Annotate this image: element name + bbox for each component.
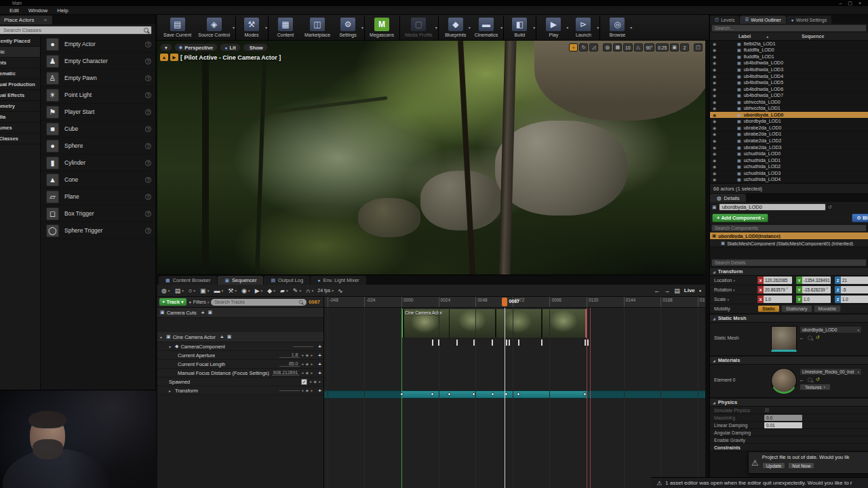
open-sequence-icon[interactable]: ▤ (674, 287, 680, 294)
category-item[interactable]: Lights (0, 58, 40, 68)
blueprint-button[interactable]: ⚙ Blu (852, 214, 868, 222)
place-actor-item[interactable]: ▱ Plane ? (41, 188, 155, 205)
menu-item[interactable]: Help (53, 7, 72, 14)
browse-to-asset-icon[interactable] (808, 378, 812, 382)
rotation-snap-icon[interactable]: △ (634, 43, 643, 52)
close-icon[interactable]: × (859, 0, 861, 6)
visibility-eye-icon[interactable]: ◉ (713, 145, 718, 150)
place-actor-item[interactable]: ● Empty Actor ? (41, 36, 155, 53)
visibility-eye-icon[interactable]: ◉ (713, 87, 718, 92)
maximize-icon[interactable]: ▢ (848, 0, 852, 6)
view-options-eye-icon[interactable]: ◉▾ (241, 287, 250, 294)
panel-tab[interactable]: ▤ Output Log (264, 276, 310, 285)
physics-property-row[interactable]: MassInKg 0.0 (710, 414, 868, 422)
toolbar-button[interactable]: ▤ ▾ Save Current (160, 16, 195, 40)
edit-pen-icon[interactable]: ✎▾ (293, 287, 301, 294)
mobility-option[interactable]: Movable (814, 305, 841, 312)
sequencer-track-row[interactable]: Spawned ✓ ◂ ◆ ▸ + ▣ (157, 378, 323, 386)
outliner-row[interactable]: ◉ ▦ tluddffa_LOD1 (710, 54, 868, 60)
visibility-eye-icon[interactable]: ◉ (713, 60, 718, 65)
place-actor-item[interactable]: ♙ Empty Pawn ? (41, 70, 155, 87)
visibility-eye-icon[interactable]: ◉ (713, 100, 718, 104)
outliner-row[interactable]: ◉ ▦ ub4bdhwda_LOD7 (710, 92, 868, 99)
visibility-eye-icon[interactable]: ◉ (713, 164, 718, 169)
keyframe-nav-icons[interactable]: ◂ ◆ ▸ (302, 388, 314, 392)
outliner-row[interactable]: ◉ ▦ ubrabe2da_LOD2 (710, 138, 868, 144)
mobility-option[interactable]: Static (757, 305, 780, 312)
world-space-icon[interactable]: ◍ (603, 43, 612, 52)
grid-snap-value[interactable]: 10 (623, 43, 632, 52)
place-actor-item[interactable]: ▲ Cone ? (41, 171, 155, 188)
move-tool-icon[interactable]: + (569, 43, 578, 52)
sequencer-track-row[interactable]: Manual Focus Distance (Focus Settings) 9… (157, 369, 323, 378)
fps-dropdown[interactable]: 24 fps ▾ (317, 288, 334, 293)
place-actor-item[interactable]: ▮ Cylinder ? (41, 155, 155, 171)
settings-wrench-icon[interactable]: ⚒▾ (228, 287, 237, 294)
scale-tool-icon[interactable]: ◿ (589, 43, 598, 52)
keyframe-options-icon[interactable]: ◆▾ (267, 287, 275, 294)
close-tab-icon[interactable]: × (43, 17, 47, 23)
outliner-row[interactable]: ◉ ▦ uchudhida_LOD2 (710, 163, 868, 170)
toolbar-button[interactable]: ▢ ▾ Media Profile (401, 16, 439, 40)
add-section-icon[interactable]: + (220, 334, 224, 340)
outliner-row[interactable]: ◉ ▦ uchudhida_LOD1 (710, 157, 868, 164)
visibility-eye-icon[interactable]: ◉ (713, 138, 718, 143)
outliner-row[interactable]: ◉ ▦ tletbt2ta_LOD1 (710, 41, 868, 47)
timeline-ruler[interactable]: -048-02400000024004800720096012001440168… (324, 297, 705, 308)
keyframe-nav-icons[interactable]: ◂ ◆ ▸ (302, 362, 314, 366)
sequencer-track-row[interactable]: ▾ ▣ Cine Camera Actor ✓ ◂ ◆ ▸ + ▣ (157, 332, 323, 342)
add-track-button[interactable]: + Track ▾ (159, 298, 186, 306)
search-icon[interactable]: ○▾ (189, 287, 195, 294)
keyframe-nav-icons[interactable]: ◂ ◆ ▸ (309, 380, 321, 384)
location-z-field[interactable]: Z21 (835, 277, 868, 284)
expand-arrow-icon[interactable]: ▸ (169, 388, 173, 393)
add-section-icon[interactable]: + (318, 361, 321, 367)
menu-item[interactable]: Window (24, 7, 52, 14)
camera-icon[interactable]: ▣ (227, 334, 232, 340)
viewport-mode-button[interactable]: ◆ Perspective (174, 43, 218, 52)
visibility-eye-icon[interactable]: ◉ (713, 113, 718, 117)
scale-y-field[interactable]: Y1.0 (796, 296, 831, 303)
place-actor-item[interactable]: ◯ Sphere Trigger ? (41, 222, 155, 239)
track-value[interactable] (279, 390, 300, 391)
place-actor-item[interactable]: ☀ Point Light ? (41, 87, 155, 104)
save-icon[interactable]: ▤▾ (175, 287, 184, 294)
sequencer-track-row[interactable]: ▸ Transform ✓ ◂ ◆ ▸ + ▣ (157, 386, 323, 395)
outliner-row[interactable]: ◉ ▦ ubhvccfda_LOD0 (710, 99, 868, 106)
playhead-marker[interactable]: 0067 (502, 298, 507, 306)
category-item[interactable]: Media (0, 112, 40, 123)
tab-place-actors[interactable]: Place Actors × (0, 16, 52, 24)
panel-tab[interactable]: ▦ Content Browser (159, 276, 217, 285)
place-actor-item[interactable]: ◻ Box Trigger ? (41, 205, 155, 222)
place-actor-item[interactable]: ♟ Empty Character ? (41, 53, 155, 70)
grid-snap-icon[interactable]: ▦ (613, 43, 622, 52)
search-classes-input[interactable]: Search Classes (0, 26, 152, 35)
add-section-icon[interactable]: + (318, 370, 321, 376)
category-item[interactable]: Basic (0, 47, 40, 58)
pilot-camera-icon[interactable]: ▶ (170, 54, 178, 61)
static-mesh-thumbnail[interactable] (771, 326, 797, 352)
category-item[interactable]: All Classes (0, 134, 40, 144)
use-selected-icon[interactable]: ← (800, 336, 804, 340)
outliner-row[interactable]: ◉ ▦ uchudhida_LOD0 (710, 150, 868, 157)
keyframe-nav-icons[interactable]: ◂ ◆ ▸ (302, 353, 314, 357)
curve-editor-icon[interactable]: ∿ (338, 287, 343, 294)
panel-tab[interactable]: ● Env. Light Mixer (311, 276, 366, 285)
viewport[interactable]: ▾ ◆ Perspective ● Lit Show + ↻ ◿ ◍ ▦ 10 (157, 41, 705, 274)
reset-icon[interactable]: ↺ (828, 205, 832, 210)
add-section-icon[interactable]: + (318, 352, 321, 359)
search-components-input[interactable]: Search Components (711, 224, 867, 232)
outliner-row[interactable]: ◉ ▦ ub4bdhwda_LOD6 (710, 86, 868, 93)
timeline-body[interactable]: Cine Camera Actor (324, 308, 705, 488)
outliner-row[interactable]: ◉ ▦ ubrabe2da_LOD0 (710, 125, 868, 131)
sequencer-track-row[interactable]: ▣ Camera Cuts ✓ ◂ ◆ ▸ + ▣ (157, 308, 323, 318)
toast-button[interactable]: Not Now (788, 462, 814, 469)
rotate-tool-icon[interactable]: ↻ (579, 43, 588, 52)
textures-dropdown[interactable]: Textures ▾ (800, 384, 831, 390)
rotation-z-field[interactable]: Z-5 (835, 286, 868, 293)
visibility-eye-icon[interactable]: ◉ (713, 93, 718, 98)
camera-speed-value[interactable]: 2 (680, 43, 689, 52)
track-value[interactable]: 85.0 (279, 361, 300, 367)
add-component-button[interactable]: + Add Component ▾ (712, 214, 768, 222)
visibility-eye-icon[interactable]: ◉ (713, 125, 718, 130)
